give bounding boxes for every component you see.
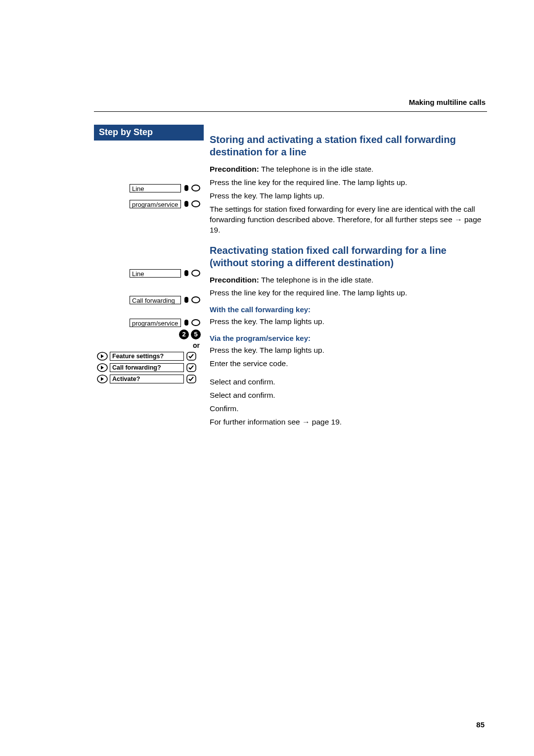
settings-identical-paragraph: The settings for station fixed forwardin… bbox=[210, 204, 487, 236]
press-line-key-1: Press the line key for the required line… bbox=[210, 178, 487, 188]
key-button-icon bbox=[191, 183, 201, 193]
svg-rect-4 bbox=[184, 320, 188, 326]
subheading-with-cf-key: With the call forwarding key: bbox=[210, 305, 487, 314]
scroll-key-icon bbox=[97, 374, 108, 384]
menu-row-feature-settings: Feature settings? bbox=[97, 351, 201, 361]
lamp-icon bbox=[183, 199, 190, 209]
key-label: program/service bbox=[130, 319, 181, 327]
confirm: Confirm. bbox=[210, 404, 487, 414]
key-row-line-1: Line bbox=[97, 183, 201, 193]
press-key-1: Press the key. The lamp lights up. bbox=[210, 191, 487, 201]
confirm-key-icon bbox=[186, 374, 197, 384]
section-title: Making multiline calls bbox=[409, 98, 486, 106]
content-column: Storing and activating a station fixed c… bbox=[204, 125, 487, 430]
lamp-icon bbox=[183, 295, 190, 305]
subheading-via-ps-key: Via the program/service key: bbox=[210, 334, 487, 342]
confirm-key-icon bbox=[186, 363, 197, 373]
header-rule bbox=[94, 111, 487, 112]
precondition-label: Precondition: bbox=[210, 276, 259, 284]
key-button-icon bbox=[191, 199, 201, 209]
precondition-text: The telephone is in the idle state. bbox=[259, 165, 374, 173]
key-label: Line bbox=[130, 184, 181, 192]
key-row-program-service-2: program/service bbox=[97, 318, 201, 328]
key-label: program/service bbox=[130, 200, 181, 208]
key-button-icon bbox=[191, 268, 201, 278]
heading-storing: Storing and activating a station fixed c… bbox=[210, 134, 487, 158]
digit-5-icon: 5 bbox=[191, 330, 201, 339]
display-label: Call forwarding? bbox=[110, 363, 184, 372]
menu-row-activate: Activate? bbox=[97, 374, 201, 384]
precondition-1: Precondition: The telephone is in the id… bbox=[210, 164, 487, 175]
svg-rect-0 bbox=[184, 185, 188, 191]
settings-identical-text: The settings for station fixed forwardin… bbox=[210, 205, 475, 224]
key-row-call-forwarding: Call forwarding bbox=[97, 295, 201, 305]
press-line-key-2: Press the line key for the required line… bbox=[210, 288, 487, 298]
page-ref-19b: page 19. bbox=[312, 418, 342, 426]
lamp-icon bbox=[183, 318, 190, 328]
select-confirm-2: Select and confirm. bbox=[210, 390, 487, 401]
arrow-right-icon: → bbox=[454, 215, 464, 224]
enter-service-code: Enter the service code. bbox=[210, 359, 487, 369]
display-label: Activate? bbox=[110, 375, 184, 383]
svg-marker-9 bbox=[101, 366, 104, 370]
press-key-2: Press the key. The lamp lights up. bbox=[210, 317, 487, 327]
key-button-icon bbox=[191, 318, 201, 328]
or-label: or bbox=[98, 341, 200, 349]
step-by-step-sidebar: Step by Step Line program/service bbox=[94, 125, 204, 385]
keypad-digits: 2 5 bbox=[97, 330, 201, 339]
page-number: 85 bbox=[476, 720, 485, 729]
svg-rect-1 bbox=[184, 201, 188, 207]
display-label: Feature settings? bbox=[110, 352, 184, 361]
precondition-label: Precondition: bbox=[210, 165, 259, 173]
precondition-2: Precondition: The telephone is in the id… bbox=[210, 275, 487, 285]
further-info-paragraph: For further information see → page 19. bbox=[210, 417, 487, 427]
key-button-icon bbox=[191, 295, 201, 305]
heading-reactivate: Reactivating station fixed call forwardi… bbox=[210, 244, 487, 269]
precondition-text: The telephone is in the idle state. bbox=[259, 276, 374, 284]
arrow-right-icon: → bbox=[302, 418, 312, 426]
confirm-key-icon bbox=[186, 351, 197, 361]
svg-rect-2 bbox=[184, 270, 188, 276]
press-key-3: Press the key. The lamp lights up. bbox=[210, 345, 487, 356]
digit-2-icon: 2 bbox=[179, 330, 189, 339]
further-info-text: For further information see bbox=[210, 418, 302, 426]
sidebar-title: Step by Step bbox=[94, 125, 204, 141]
key-label: Call forwarding bbox=[130, 296, 181, 304]
scroll-key-icon bbox=[97, 363, 108, 373]
key-row-line-2: Line bbox=[97, 268, 201, 278]
svg-marker-6 bbox=[101, 354, 104, 358]
menu-row-call-forwarding: Call forwarding? bbox=[97, 363, 201, 373]
select-confirm-1: Select and confirm. bbox=[210, 377, 487, 387]
key-row-program-service-1: program/service bbox=[97, 199, 201, 209]
svg-marker-12 bbox=[101, 377, 104, 381]
key-label: Line bbox=[130, 269, 181, 278]
scroll-key-icon bbox=[97, 351, 108, 361]
lamp-icon bbox=[183, 183, 190, 193]
lamp-icon bbox=[183, 268, 190, 278]
svg-rect-3 bbox=[184, 297, 188, 303]
